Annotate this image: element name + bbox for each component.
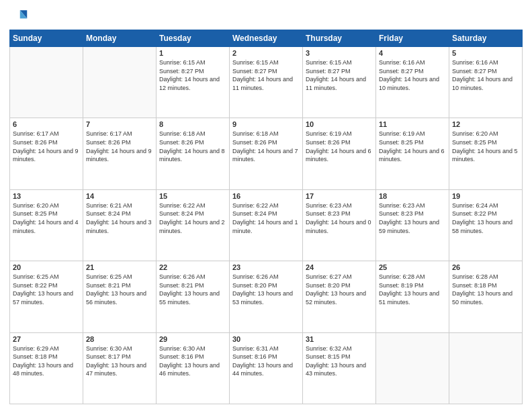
- calendar-cell: 19Sunrise: 6:24 AMSunset: 8:22 PMDayligh…: [449, 189, 523, 261]
- day-number: 12: [452, 120, 519, 128]
- day-number: 16: [232, 192, 300, 200]
- day-number: 5: [452, 49, 519, 57]
- calendar-cell: 13Sunrise: 6:20 AMSunset: 8:25 PMDayligh…: [10, 189, 83, 261]
- calendar-cell: 12Sunrise: 6:20 AMSunset: 8:25 PMDayligh…: [449, 118, 523, 189]
- day-info: Sunrise: 6:30 AMSunset: 8:17 PMDaylight:…: [86, 345, 153, 378]
- calendar-cell: 31Sunrise: 6:32 AMSunset: 8:15 PMDayligh…: [303, 332, 376, 404]
- day-info: Sunrise: 6:29 AMSunset: 8:18 PMDaylight:…: [13, 345, 80, 378]
- calendar-cell: 23Sunrise: 6:26 AMSunset: 8:20 PMDayligh…: [230, 261, 303, 332]
- calendar-cell: 26Sunrise: 6:28 AMSunset: 8:18 PMDayligh…: [449, 261, 523, 332]
- day-info: Sunrise: 6:25 AMSunset: 8:21 PMDaylight:…: [86, 273, 153, 306]
- calendar-cell: 24Sunrise: 6:27 AMSunset: 8:20 PMDayligh…: [303, 261, 376, 332]
- day-info: Sunrise: 6:17 AMSunset: 8:26 PMDaylight:…: [86, 130, 153, 163]
- calendar-cell: 25Sunrise: 6:28 AMSunset: 8:19 PMDayligh…: [376, 261, 449, 332]
- day-number: 6: [13, 120, 80, 128]
- calendar-cell: 22Sunrise: 6:26 AMSunset: 8:21 PMDayligh…: [157, 261, 230, 332]
- day-info: Sunrise: 6:20 AMSunset: 8:25 PMDaylight:…: [13, 201, 80, 235]
- day-info: Sunrise: 6:16 AMSunset: 8:27 PMDaylight:…: [452, 58, 519, 92]
- day-info: Sunrise: 6:24 AMSunset: 8:22 PMDaylight:…: [452, 201, 519, 235]
- calendar-cell: [10, 47, 83, 118]
- day-number: 9: [232, 120, 300, 128]
- logo: [9, 7, 31, 26]
- weekday-header-tuesday: Tuesday: [157, 30, 230, 47]
- calendar-cell: [376, 332, 449, 404]
- day-number: 4: [379, 49, 446, 57]
- weekday-header-friday: Friday: [376, 30, 449, 47]
- calendar-cell: 1Sunrise: 6:15 AMSunset: 8:27 PMDaylight…: [157, 47, 230, 118]
- calendar-week-3: 13Sunrise: 6:20 AMSunset: 8:25 PMDayligh…: [10, 189, 523, 261]
- calendar-cell: 11Sunrise: 6:19 AMSunset: 8:25 PMDayligh…: [376, 118, 449, 189]
- day-info: Sunrise: 6:18 AMSunset: 8:26 PMDaylight:…: [159, 130, 226, 163]
- day-number: 27: [13, 335, 80, 343]
- calendar-week-2: 6Sunrise: 6:17 AMSunset: 8:26 PMDaylight…: [10, 118, 523, 189]
- day-number: 13: [13, 192, 80, 200]
- day-info: Sunrise: 6:17 AMSunset: 8:26 PMDaylight:…: [13, 130, 80, 163]
- day-number: 20: [13, 263, 80, 271]
- calendar-cell: 28Sunrise: 6:30 AMSunset: 8:17 PMDayligh…: [83, 332, 157, 404]
- day-number: 11: [379, 120, 446, 128]
- day-number: 3: [306, 49, 373, 57]
- day-number: 25: [379, 263, 446, 271]
- day-info: Sunrise: 6:15 AMSunset: 8:27 PMDaylight:…: [159, 58, 226, 92]
- calendar-cell: 9Sunrise: 6:18 AMSunset: 8:26 PMDaylight…: [230, 118, 303, 189]
- day-info: Sunrise: 6:26 AMSunset: 8:21 PMDaylight:…: [159, 273, 226, 306]
- day-info: Sunrise: 6:26 AMSunset: 8:20 PMDaylight:…: [232, 273, 300, 306]
- day-number: 10: [306, 120, 373, 128]
- day-info: Sunrise: 6:16 AMSunset: 8:27 PMDaylight:…: [379, 58, 446, 92]
- calendar-cell: 4Sunrise: 6:16 AMSunset: 8:27 PMDaylight…: [376, 47, 449, 118]
- day-number: 19: [452, 192, 519, 200]
- day-number: 23: [232, 263, 300, 271]
- page-container: SundayMondayTuesdayWednesdayThursdayFrid…: [0, 0, 532, 411]
- day-number: 29: [159, 335, 226, 343]
- calendar-cell: 27Sunrise: 6:29 AMSunset: 8:18 PMDayligh…: [10, 332, 83, 404]
- day-info: Sunrise: 6:28 AMSunset: 8:19 PMDaylight:…: [379, 273, 446, 306]
- day-info: Sunrise: 6:27 AMSunset: 8:20 PMDaylight:…: [306, 273, 373, 306]
- calendar-cell: 16Sunrise: 6:22 AMSunset: 8:24 PMDayligh…: [230, 189, 303, 261]
- weekday-header-monday: Monday: [83, 30, 157, 47]
- calendar-cell: [83, 47, 157, 118]
- calendar-cell: 10Sunrise: 6:19 AMSunset: 8:26 PMDayligh…: [303, 118, 376, 189]
- header: [9, 7, 523, 26]
- logo-icon: [9, 7, 28, 26]
- day-number: 28: [86, 335, 153, 343]
- day-number: 22: [159, 263, 226, 271]
- day-number: 21: [86, 263, 153, 271]
- weekday-header-wednesday: Wednesday: [230, 30, 303, 47]
- day-number: 31: [306, 335, 373, 343]
- calendar-cell: 29Sunrise: 6:30 AMSunset: 8:16 PMDayligh…: [157, 332, 230, 404]
- day-info: Sunrise: 6:18 AMSunset: 8:26 PMDaylight:…: [232, 130, 300, 163]
- calendar-cell: 14Sunrise: 6:21 AMSunset: 8:24 PMDayligh…: [83, 189, 157, 261]
- calendar-cell: 30Sunrise: 6:31 AMSunset: 8:16 PMDayligh…: [230, 332, 303, 404]
- day-info: Sunrise: 6:22 AMSunset: 8:24 PMDaylight:…: [159, 201, 226, 235]
- weekday-header-saturday: Saturday: [449, 30, 523, 47]
- calendar-cell: 2Sunrise: 6:15 AMSunset: 8:27 PMDaylight…: [230, 47, 303, 118]
- weekday-header-thursday: Thursday: [303, 30, 376, 47]
- day-info: Sunrise: 6:21 AMSunset: 8:24 PMDaylight:…: [86, 201, 153, 235]
- day-number: 8: [159, 120, 226, 128]
- calendar-cell: 6Sunrise: 6:17 AMSunset: 8:26 PMDaylight…: [10, 118, 83, 189]
- day-number: 18: [379, 192, 446, 200]
- calendar-week-4: 20Sunrise: 6:25 AMSunset: 8:22 PMDayligh…: [10, 261, 523, 332]
- day-info: Sunrise: 6:22 AMSunset: 8:24 PMDaylight:…: [232, 201, 300, 235]
- day-number: 26: [452, 263, 519, 271]
- day-info: Sunrise: 6:19 AMSunset: 8:25 PMDaylight:…: [379, 130, 446, 163]
- day-number: 30: [232, 335, 300, 343]
- calendar-table: SundayMondayTuesdayWednesdayThursdayFrid…: [9, 30, 523, 404]
- calendar-cell: [449, 332, 523, 404]
- day-info: Sunrise: 6:28 AMSunset: 8:18 PMDaylight:…: [452, 273, 519, 306]
- day-number: 15: [159, 192, 226, 200]
- day-number: 2: [232, 49, 300, 57]
- calendar-cell: 7Sunrise: 6:17 AMSunset: 8:26 PMDaylight…: [83, 118, 157, 189]
- calendar-cell: 20Sunrise: 6:25 AMSunset: 8:22 PMDayligh…: [10, 261, 83, 332]
- day-info: Sunrise: 6:32 AMSunset: 8:15 PMDaylight:…: [306, 345, 373, 378]
- calendar-cell: 18Sunrise: 6:23 AMSunset: 8:23 PMDayligh…: [376, 189, 449, 261]
- day-info: Sunrise: 6:15 AMSunset: 8:27 PMDaylight:…: [306, 58, 373, 92]
- day-number: 7: [86, 120, 153, 128]
- day-number: 24: [306, 263, 373, 271]
- calendar-week-5: 27Sunrise: 6:29 AMSunset: 8:18 PMDayligh…: [10, 332, 523, 404]
- day-info: Sunrise: 6:23 AMSunset: 8:23 PMDaylight:…: [379, 201, 446, 235]
- day-info: Sunrise: 6:19 AMSunset: 8:26 PMDaylight:…: [306, 130, 373, 163]
- calendar-cell: 17Sunrise: 6:23 AMSunset: 8:23 PMDayligh…: [303, 189, 376, 261]
- calendar-week-1: 1Sunrise: 6:15 AMSunset: 8:27 PMDaylight…: [10, 47, 523, 118]
- calendar-cell: 21Sunrise: 6:25 AMSunset: 8:21 PMDayligh…: [83, 261, 157, 332]
